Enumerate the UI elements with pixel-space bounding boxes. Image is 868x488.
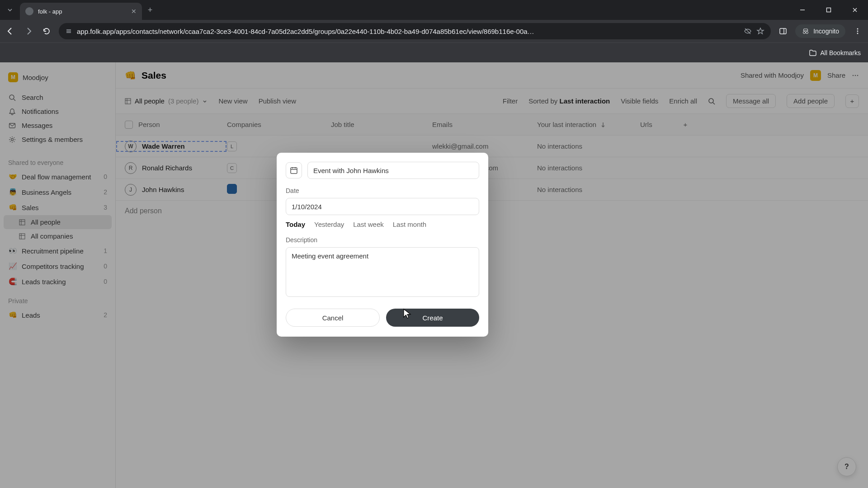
browser-tab-strip: folk - app ✕ + — [0, 0, 868, 20]
description-textarea[interactable] — [286, 247, 479, 297]
window-maximize-button[interactable] — [816, 0, 842, 20]
nav-back-button[interactable] — [5, 25, 16, 37]
window-minimize-button[interactable] — [789, 0, 816, 20]
window-close-button[interactable] — [842, 0, 868, 20]
svg-rect-1 — [780, 28, 786, 34]
svg-rect-0 — [827, 8, 831, 12]
all-bookmarks-button[interactable]: All Bookmarks — [809, 49, 861, 57]
chip-last-month[interactable]: Last month — [393, 221, 426, 228]
folder-icon — [809, 49, 817, 57]
visibility-off-icon[interactable] — [744, 27, 752, 35]
svg-point-6 — [857, 33, 859, 34]
chip-today[interactable]: Today — [286, 221, 305, 228]
date-label: Date — [286, 187, 479, 194]
side-panel-icon[interactable] — [777, 25, 789, 37]
site-settings-icon[interactable] — [65, 28, 72, 35]
chip-yesterday[interactable]: Yesterday — [314, 221, 344, 228]
tab-search-dropdown[interactable] — [0, 0, 20, 20]
incognito-badge[interactable]: Incognito — [795, 24, 845, 38]
tab-close-icon[interactable]: ✕ — [131, 8, 137, 15]
bookmarks-bar: All Bookmarks — [0, 42, 868, 62]
chip-last-week[interactable]: Last week — [353, 221, 384, 228]
date-quick-picks: Today Yesterday Last week Last month — [286, 221, 479, 228]
create-button[interactable]: Create — [386, 309, 479, 327]
event-type-icon-button[interactable] — [286, 162, 302, 178]
svg-point-3 — [806, 32, 808, 34]
reload-button[interactable] — [41, 25, 52, 37]
calendar-icon — [290, 166, 298, 174]
url-text: app.folk.app/apps/contacts/network/ccaa7… — [77, 28, 739, 35]
browser-tab[interactable]: folk - app ✕ — [20, 3, 142, 20]
svg-rect-17 — [291, 168, 297, 174]
incognito-icon — [802, 27, 810, 35]
event-title-input[interactable] — [307, 162, 479, 179]
browser-menu-icon[interactable] — [852, 25, 863, 37]
bookmark-star-icon[interactable] — [756, 27, 764, 35]
browser-toolbar: app.folk.app/apps/contacts/network/ccaa7… — [0, 20, 868, 42]
tab-favicon — [25, 7, 33, 15]
tab-title: folk - app — [38, 8, 127, 15]
svg-point-2 — [803, 32, 806, 34]
url-bar[interactable]: app.folk.app/apps/contacts/network/ccaa7… — [59, 23, 771, 39]
description-label: Description — [286, 236, 479, 244]
svg-point-5 — [857, 31, 859, 32]
cancel-button[interactable]: Cancel — [286, 309, 380, 327]
create-event-modal: Date Today Yesterday Last week Last mont… — [277, 153, 488, 337]
svg-point-4 — [857, 28, 859, 30]
date-input[interactable] — [286, 198, 479, 215]
nav-forward-button[interactable] — [23, 25, 34, 37]
new-tab-button[interactable]: + — [142, 2, 158, 18]
